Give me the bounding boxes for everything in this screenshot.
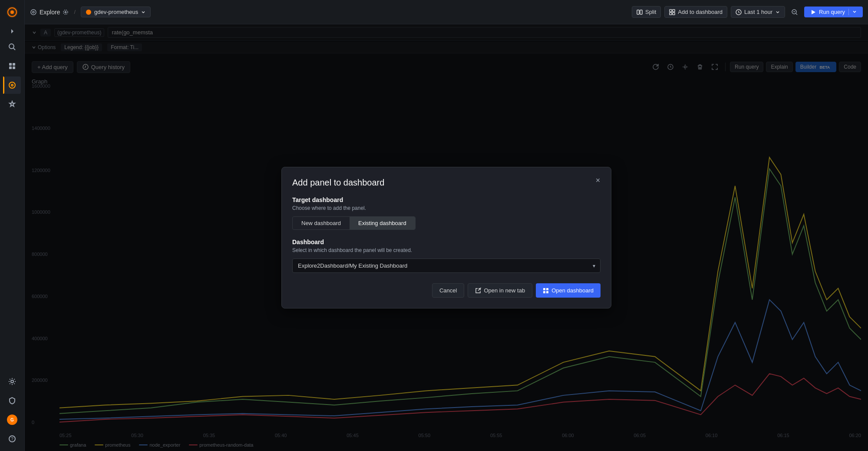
- svg-rect-24: [670, 10, 672, 12]
- svg-rect-37: [546, 288, 548, 290]
- svg-rect-25: [673, 10, 675, 12]
- svg-line-4: [13, 48, 16, 50]
- modal-title: Add panel to dashboard: [292, 178, 601, 188]
- svg-point-2: [10, 10, 14, 14]
- svg-point-16: [31, 10, 36, 15]
- sidebar-item-search[interactable]: [3, 38, 21, 56]
- svg-point-17: [33, 11, 34, 13]
- svg-rect-27: [673, 13, 675, 15]
- tab-existing-dashboard[interactable]: Existing dashboard: [350, 217, 415, 229]
- sidebar-item-settings[interactable]: [3, 373, 21, 390]
- modal-overlay[interactable]: × Add panel to dashboard Target dashboar…: [25, 24, 868, 451]
- svg-rect-6: [13, 63, 15, 66]
- sidebar-item-help[interactable]: ?: [3, 430, 21, 448]
- target-dashboard-title: Target dashboard: [292, 196, 601, 203]
- run-query-label: Run query: [819, 9, 845, 15]
- breadcrumb-separator: /: [74, 9, 76, 15]
- add-to-dashboard-button[interactable]: Add to dashboard: [664, 6, 727, 18]
- sidebar-item-alerting[interactable]: [3, 96, 21, 113]
- target-dashboard-desc: Choose where to add the panel.: [292, 205, 601, 211]
- svg-rect-38: [543, 291, 545, 293]
- modal-footer: Cancel Open in new tab Open dashboard: [292, 283, 601, 298]
- svg-line-31: [796, 13, 797, 15]
- sidebar-item-avatar[interactable]: G: [3, 411, 21, 428]
- svg-point-10: [11, 84, 13, 86]
- grafana-logo[interactable]: [3, 3, 21, 21]
- svg-line-35: [478, 288, 481, 291]
- open-dashboard-button[interactable]: Open dashboard: [536, 283, 601, 298]
- dashboard-select-wrapper: Explore2Dashboard/My Existing Dashboard …: [292, 259, 601, 273]
- tab-new-dashboard[interactable]: New dashboard: [293, 217, 350, 229]
- cancel-button[interactable]: Cancel: [432, 283, 464, 298]
- svg-rect-23: [640, 10, 642, 14]
- add-to-dashboard-label: Add to dashboard: [678, 9, 723, 15]
- sidebar-item-explore[interactable]: [3, 76, 21, 94]
- open-dashboard-label: Open dashboard: [551, 287, 594, 294]
- svg-point-11: [11, 380, 13, 383]
- dashboard-section-title: Dashboard: [292, 239, 601, 245]
- svg-point-21: [86, 10, 91, 15]
- svg-rect-39: [546, 291, 548, 293]
- dashboard-section-desc: Select in which dashboard the panel will…: [292, 247, 601, 253]
- svg-text:?: ?: [11, 437, 13, 441]
- sidebar-toggle[interactable]: [3, 26, 21, 36]
- open-in-new-tab-label: Open in new tab: [484, 287, 525, 294]
- dashboard-type-tabs: New dashboard Existing dashboard: [292, 216, 416, 230]
- svg-text:G: G: [10, 418, 14, 422]
- sidebar: G ?: [0, 0, 25, 451]
- explore-label: Explore: [40, 9, 60, 16]
- svg-rect-5: [9, 63, 12, 66]
- modal-close-button[interactable]: ×: [592, 174, 604, 186]
- split-button[interactable]: Split: [632, 6, 661, 18]
- datasource-name: gdev-prometheus: [94, 9, 138, 15]
- svg-point-9: [9, 82, 15, 88]
- svg-rect-26: [670, 13, 672, 15]
- sidebar-item-shield[interactable]: [3, 392, 21, 409]
- open-in-new-tab-button[interactable]: Open in new tab: [468, 283, 532, 298]
- svg-rect-8: [13, 66, 15, 69]
- sidebar-item-dashboards[interactable]: [3, 57, 21, 75]
- svg-rect-7: [9, 66, 12, 69]
- split-label: Split: [645, 9, 656, 15]
- sidebar-bottom: G ?: [3, 373, 21, 451]
- explore-breadcrumb[interactable]: Explore: [30, 9, 69, 16]
- dashboard-select[interactable]: Explore2Dashboard/My Existing Dashboard …: [292, 259, 601, 273]
- datasource-selector[interactable]: gdev-prometheus: [81, 7, 151, 17]
- svg-rect-36: [543, 288, 545, 290]
- external-link-icon: [475, 288, 481, 294]
- svg-point-3: [9, 44, 14, 49]
- zoom-out-button[interactable]: [789, 6, 801, 18]
- svg-rect-22: [637, 10, 639, 14]
- topbar: Explore / gdev-prometheus Split Add to: [25, 0, 868, 24]
- run-query-button[interactable]: Run query: [804, 7, 863, 17]
- time-picker[interactable]: Last 1 hour: [731, 6, 785, 18]
- add-panel-modal: × Add panel to dashboard Target dashboar…: [281, 167, 611, 308]
- dashboard-icon: [543, 288, 549, 294]
- time-label: Last 1 hour: [744, 9, 772, 15]
